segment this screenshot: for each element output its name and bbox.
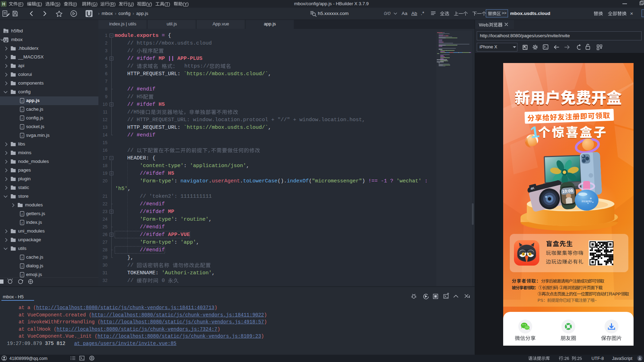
svg-text:J: J (21, 100, 23, 103)
svg-text:10:09: 10:09 (562, 188, 573, 194)
svg-text:incanto: incanto (581, 199, 591, 203)
svg-text:J: J (21, 213, 23, 216)
svg-text:J: J (21, 108, 23, 111)
svg-text:J: J (21, 265, 23, 268)
svg-text:J: J (21, 117, 23, 120)
svg-text:J: J (21, 274, 23, 277)
svg-text:H: H (2, 2, 5, 7)
svg-text:J: J (21, 126, 23, 129)
svg-text:J: J (21, 221, 23, 225)
svg-text:J: J (21, 134, 23, 137)
svg-text:J: J (21, 256, 23, 259)
